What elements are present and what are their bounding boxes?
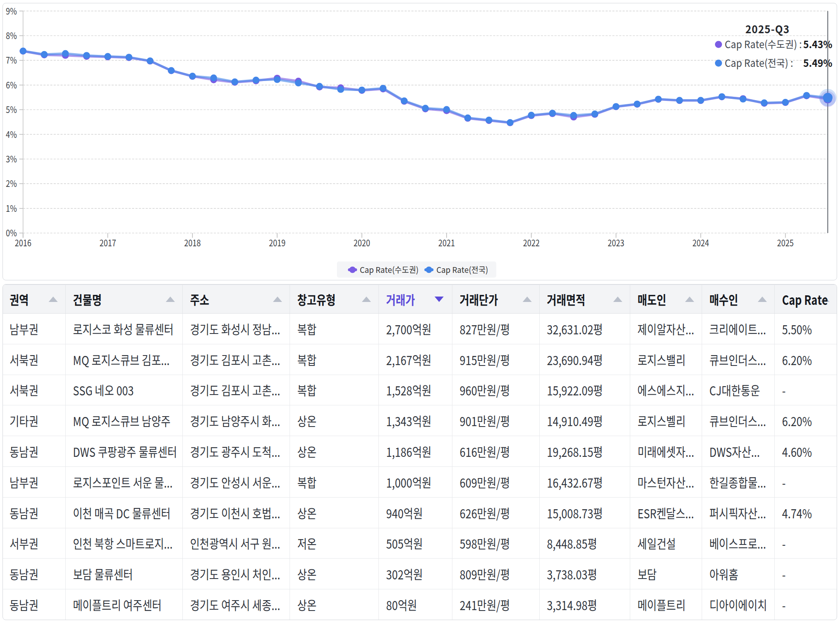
svg-text:2017: 2017 bbox=[99, 235, 116, 249]
svg-text:2025-Q3: 2025-Q3 bbox=[745, 21, 790, 36]
svg-text:2%: 2% bbox=[6, 176, 17, 189]
svg-text:8%: 8% bbox=[6, 28, 17, 42]
svg-text:9%: 9% bbox=[6, 4, 17, 17]
svg-text:2025: 2025 bbox=[777, 235, 794, 249]
svg-text:5%: 5% bbox=[6, 102, 17, 115]
svg-text:2020: 2020 bbox=[354, 235, 370, 249]
svg-text:2024: 2024 bbox=[693, 235, 709, 249]
svg-text:Cap Rate(전국) :: Cap Rate(전국) : bbox=[725, 55, 793, 70]
svg-text:2019: 2019 bbox=[269, 235, 285, 249]
svg-text:6%: 6% bbox=[6, 78, 17, 91]
svg-text:5.43%: 5.43% bbox=[803, 36, 833, 51]
svg-text:Cap Rate(전국): Cap Rate(전국) bbox=[437, 263, 488, 275]
svg-text:2018: 2018 bbox=[184, 235, 201, 249]
svg-text:4%: 4% bbox=[6, 127, 17, 140]
svg-text:2016: 2016 bbox=[15, 235, 31, 249]
svg-text:1%: 1% bbox=[6, 201, 17, 214]
svg-text:2023: 2023 bbox=[608, 235, 624, 249]
svg-text:5.49%: 5.49% bbox=[803, 55, 833, 70]
svg-text:7%: 7% bbox=[6, 53, 17, 66]
svg-text:2021: 2021 bbox=[438, 235, 455, 249]
svg-text:Cap Rate(수도권): Cap Rate(수도권) bbox=[360, 263, 419, 275]
svg-text:3%: 3% bbox=[6, 152, 17, 165]
svg-text:2022: 2022 bbox=[523, 235, 540, 249]
svg-text:Cap Rate(수도권) :: Cap Rate(수도권) : bbox=[725, 36, 802, 51]
